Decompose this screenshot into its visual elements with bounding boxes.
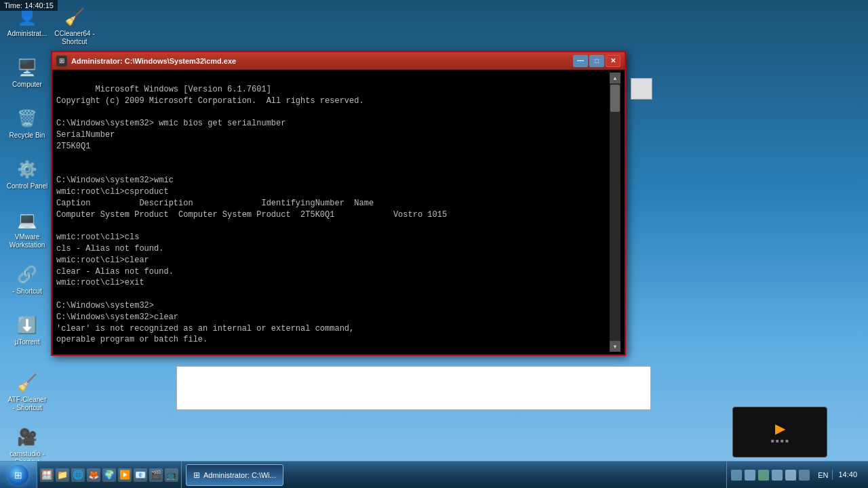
minimize-button[interactable]: — (573, 55, 588, 67)
systray (726, 462, 814, 488)
cmd-title: Administrator: C:\Windows\System32\cmd.e… (71, 57, 573, 65)
cmd-window: ⊞ Administrator: C:\Windows\System32\cmd… (51, 51, 626, 356)
shortcut-icon: 🔗 (16, 264, 38, 285)
atf-cleaner-label: ATF-Cleaner- Shortcut (8, 396, 47, 412)
start-button[interactable]: ⊞ (0, 462, 37, 488)
taskbar: ⊞ 🪟 📁 🌐 🦊 🌍 ▶️ 📧 🎬 📺 ⊞ Administrator: C:… (0, 461, 868, 488)
ccleaner-label: CCleaner64 -Shortcut (54, 30, 94, 46)
ql-explorer[interactable]: 📁 (56, 468, 69, 482)
systray-icon-network (772, 470, 783, 481)
system-clock: 14:40 (832, 470, 863, 480)
scrollbar-track (610, 83, 620, 341)
cmd-titlebar: ⊞ Administrator: C:\Windows\System32\cmd… (52, 52, 625, 70)
quick-launch: 🪟 📁 🌐 🦊 🌍 ▶️ 📧 🎬 📺 (37, 462, 182, 488)
recycle-bin-label: Recycle Bin (9, 131, 45, 140)
scrollbar-up-button[interactable]: ▲ (610, 73, 620, 83)
vmware-label: VMwareWorkstation (9, 233, 45, 249)
close-button[interactable]: ✕ (606, 55, 620, 67)
systray-icon-1 (731, 470, 742, 481)
desktop-icon-control-panel[interactable]: ⚙️ Control Panel (3, 156, 51, 193)
music-player[interactable]: ▶ ■ ■ ■ ■ (732, 407, 827, 458)
clock-time: 14:40 (838, 470, 857, 480)
desktop-icon-atf-cleaner[interactable]: 🧹 ATF-Cleaner- Shortcut (3, 369, 51, 415)
shortcut-label: - Shortcut (12, 287, 41, 296)
atf-cleaner-icon: 🧹 (16, 372, 38, 394)
maximize-button[interactable]: □ (589, 55, 604, 67)
computer-label: Computer (12, 81, 42, 89)
music-player-display: ▶ ■ ■ ■ ■ (771, 420, 789, 444)
white-panel (176, 366, 651, 410)
start-orb: ⊞ (8, 465, 28, 485)
taskbar-item-cmd-label: Administrator: C:\Wi... (203, 471, 276, 479)
cmd-controls: — □ ✕ (573, 55, 620, 67)
cmd-scrollbar[interactable]: ▲ ▼ (610, 73, 620, 352)
desktop-icon-recycle-bin[interactable]: 🗑️ Recycle Bin (3, 105, 51, 142)
systray-icon-shield (758, 470, 769, 481)
ql-movie[interactable]: 🎬 (149, 468, 163, 482)
small-overlay (631, 78, 652, 100)
time-display: Time: 14:40:15 (0, 0, 58, 11)
desktop: Time: 14:40:15 👤 Administrat... 🧹 CClean… (0, 0, 868, 488)
ql-ie[interactable]: 🌐 (71, 468, 85, 482)
recycle-bin-icon: 🗑️ (16, 108, 38, 129)
desktop-icon-shortcut[interactable]: 🔗 - Shortcut (3, 261, 51, 298)
vmware-icon: 💻 (16, 209, 38, 231)
desktop-icon-ccleaner[interactable]: 🧹 CCleaner64 -Shortcut (51, 3, 98, 49)
ql-show-desktop[interactable]: 🪟 (40, 468, 54, 482)
systray-icon-2 (745, 470, 755, 481)
computer-icon: 🖥️ (16, 57, 38, 79)
systray-icon-volume (785, 470, 796, 481)
ql-chrome[interactable]: 🌍 (102, 468, 116, 482)
cmd-body[interactable]: Microsoft Windows [Version 6.1.7601] Cop… (52, 70, 625, 354)
ql-firefox[interactable]: 🦊 (87, 468, 100, 482)
scrollbar-down-button[interactable]: ▼ (610, 341, 620, 352)
desktop-icon-utorrent[interactable]: ⬇️ µTorrent (3, 312, 51, 349)
language-indicator: EN (818, 471, 828, 479)
taskbar-item-cmd[interactable]: ⊞ Administrator: C:\Wi... (186, 464, 283, 486)
ql-tv[interactable]: 📺 (165, 468, 178, 482)
utorrent-label: µTorrent (15, 338, 40, 346)
taskbar-right: EN 14:40 (721, 462, 868, 488)
ccleaner-icon: 🧹 (64, 6, 85, 28)
ql-mail[interactable]: 📧 (134, 468, 147, 482)
taskbar-items: ⊞ Administrator: C:\Wi... (182, 462, 721, 488)
cmd-content: Microsoft Windows [Version 6.1.7601] Cop… (56, 73, 610, 352)
cmd-window-icon: ⊞ (56, 56, 67, 66)
camstudio-icon: 🎥 (16, 426, 38, 448)
scrollbar-thumb[interactable] (610, 85, 620, 112)
ql-media[interactable]: ▶️ (118, 468, 132, 482)
administrator-label: Administrat... (7, 30, 47, 38)
desktop-icon-vmware[interactable]: 💻 VMwareWorkstation (3, 207, 51, 252)
utorrent-icon: ⬇️ (16, 314, 38, 336)
control-panel-icon: ⚙️ (16, 159, 38, 180)
systray-icon-extra (799, 470, 810, 481)
desktop-icon-computer[interactable]: 🖥️ Computer (3, 54, 51, 92)
cmd-line-1: Microsoft Windows [Version 6.1.7601] Cop… (56, 85, 447, 352)
control-panel-label: Control Panel (7, 182, 48, 190)
